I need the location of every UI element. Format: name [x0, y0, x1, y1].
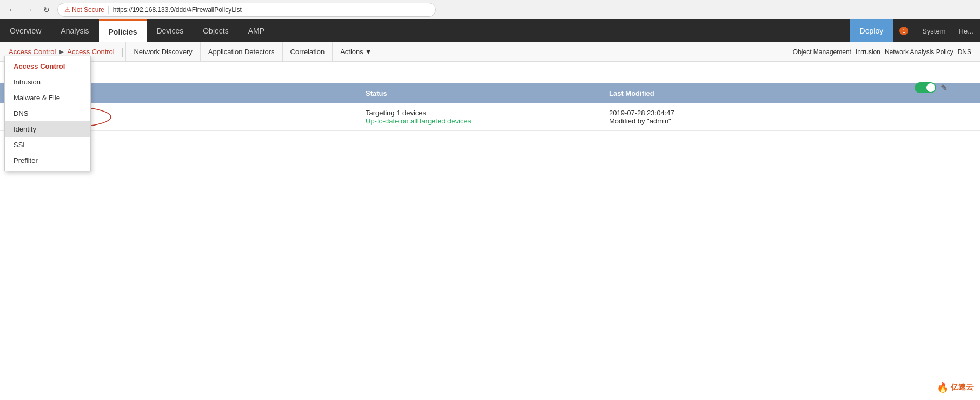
deploy-button[interactable]: Deploy [850, 19, 893, 42]
sub-nav-separator: | [121, 46, 124, 57]
status-uptodate-text: Up-to-date on all targeted devices [366, 117, 592, 125]
tab-actions[interactable]: Actions ▼ [332, 42, 380, 62]
notification-button[interactable]: 1 [893, 19, 916, 42]
warning-icon: ⚠ [64, 6, 70, 14]
dropdown-item-malware-file[interactable]: Malware & File [5, 90, 90, 106]
address-bar: ⚠ Not Secure | https://192.168.133.9/ddd… [57, 3, 436, 17]
dropdown-item-ssl[interactable]: SSL [5, 137, 90, 153]
nav-objects[interactable]: Objects [193, 19, 238, 42]
top-nav: Overview Analysis Policies Devices Objec… [0, 19, 980, 42]
back-button[interactable]: ← [5, 3, 18, 16]
tab-network-discovery[interactable]: Network Discovery [125, 42, 200, 62]
status-devices-text: Targeting 1 devices [366, 109, 592, 117]
dropdown-item-access-control[interactable]: Access Control [5, 58, 90, 74]
table-header: Policy Status Last Modified [0, 83, 980, 103]
col-header-status: Status [357, 89, 600, 97]
breadcrumb[interactable]: Access Control ► Access Control [4, 48, 119, 56]
dropdown-item-identity[interactable]: Identity [5, 121, 90, 137]
toggle-area: ✎ [915, 82, 948, 93]
policies-dropdown-menu: Access Control Intrusion Malware & File … [4, 56, 91, 171]
system-button[interactable]: System [916, 19, 952, 42]
url-text: https://192.168.133.9/ddd/#FirewallPolic… [113, 6, 242, 14]
cell-modified: 2019-07-28 23:04:47 Modified by "admin" [600, 104, 980, 129]
right-actions: Object Management Intrusion Network Anal… [793, 48, 976, 56]
help-button[interactable]: He... [952, 19, 980, 42]
tab-correlation[interactable]: Correlation [282, 42, 333, 62]
intrusion-link[interactable]: Intrusion [856, 48, 880, 56]
modified-date: 2019-07-28 23:04:47 [609, 109, 971, 117]
nav-overview[interactable]: Overview [0, 19, 51, 42]
tab-application-detectors[interactable]: Application Detectors [200, 42, 282, 62]
nav-analysis[interactable]: Analysis [51, 19, 98, 42]
breadcrumb-access-control-current[interactable]: Access Control [67, 48, 114, 56]
nav-devices[interactable]: Devices [147, 19, 193, 42]
dns-link[interactable]: DNS [958, 48, 971, 56]
nav-policies[interactable]: Policies [99, 19, 147, 42]
breadcrumb-access-control[interactable]: Access Control [9, 48, 56, 56]
modified-by: Modified by "admin" [609, 117, 971, 125]
watermark: 🔥 亿速云 [937, 382, 974, 394]
table-container: Policy Status Last Modified Targeting 1 … [0, 83, 980, 131]
watermark-text: 亿速云 [951, 383, 974, 392]
watermark-icon: 🔥 [937, 382, 949, 394]
table-row[interactable]: Targeting 1 devices Up-to-date on all ta… [0, 103, 980, 131]
top-nav-right: Deploy 1 System He... [850, 19, 980, 42]
toggle-switch[interactable] [915, 82, 936, 93]
policies-dropdown-container: Access Control ► Access Control Access C… [4, 48, 119, 56]
reload-button[interactable]: ↻ [40, 3, 53, 16]
sub-nav: Access Control ► Access Control Access C… [0, 42, 980, 62]
tab-actions-label: Actions [340, 48, 363, 56]
dropdown-item-dns[interactable]: DNS [5, 106, 90, 121]
network-analysis-policy-link[interactable]: Network Analysis Policy [885, 48, 953, 56]
breadcrumb-arrow: ► [58, 48, 65, 56]
url-separator: | [108, 5, 110, 14]
dropdown-item-intrusion[interactable]: Intrusion [5, 74, 90, 90]
dropdown-item-prefilter[interactable]: Prefilter [5, 153, 90, 168]
object-management-link[interactable]: Object Management [793, 48, 851, 56]
nav-amp[interactable]: AMP [239, 19, 274, 42]
chevron-down-icon: ▼ [365, 48, 372, 56]
forward-button[interactable]: → [23, 3, 36, 16]
not-secure-indicator: ⚠ Not Secure [64, 6, 104, 14]
notification-badge: 1 [899, 27, 908, 35]
browser-bar: ← → ↻ ⚠ Not Secure | https://192.168.133… [0, 0, 980, 19]
cell-status: Targeting 1 devices Up-to-date on all ta… [357, 104, 600, 129]
page-wrapper: ← → ↻ ⚠ Not Secure | https://192.168.133… [0, 0, 980, 131]
edit-pencil-icon[interactable]: ✎ [941, 83, 948, 93]
